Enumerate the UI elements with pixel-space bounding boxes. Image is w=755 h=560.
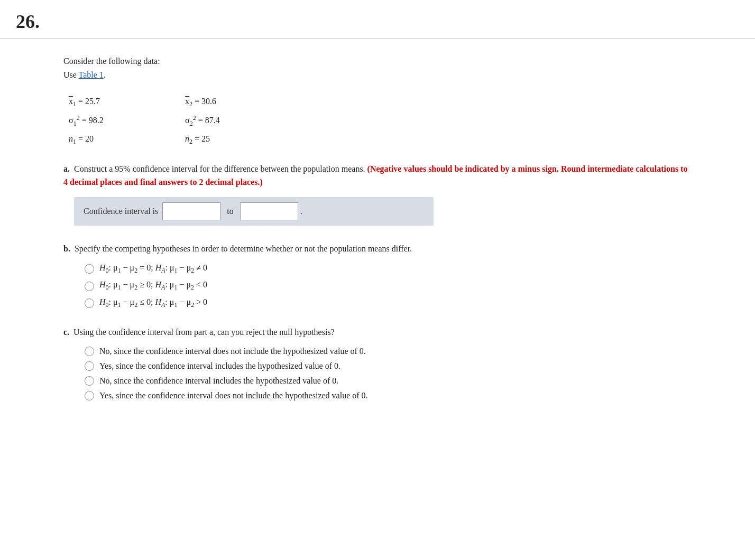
radio-b-circle-2[interactable] bbox=[85, 282, 94, 291]
n1-cell: n1 = 20 bbox=[69, 132, 185, 148]
n2-val: = 25 bbox=[195, 134, 210, 143]
sigma1-val: = 98.2 bbox=[82, 116, 104, 125]
part-a-text-normal: Construct a 95% confidence interval for … bbox=[74, 164, 365, 173]
part-a: a. Construct a 95% confidence interval f… bbox=[63, 163, 692, 226]
radio-c-label-3: No, since the confidence interval includ… bbox=[99, 376, 338, 386]
radio-b-option-2[interactable]: H0: μ1 − μ2 ≥ 0; HA: μ1 − μ2 < 0 bbox=[85, 280, 692, 292]
ci-period: . bbox=[300, 207, 302, 216]
table1-link[interactable]: Table 1 bbox=[79, 70, 104, 79]
n2-cell: n2 = 25 bbox=[185, 132, 301, 148]
x1-cell: x1 = 25.7 bbox=[69, 94, 185, 110]
radio-b-circle-1[interactable] bbox=[85, 264, 94, 274]
intro-text: Consider the following data: Use Table 1… bbox=[63, 54, 692, 81]
x2-label: x bbox=[185, 97, 189, 106]
ci-to: to bbox=[227, 207, 233, 216]
radio-c-circle-2[interactable] bbox=[85, 361, 94, 371]
n1-val: = 20 bbox=[78, 134, 94, 143]
content-area: Consider the following data: Use Table 1… bbox=[0, 39, 755, 438]
data-grid: x1 = 25.7 x2 = 30.6 σ12 = 98.2 σ22 = 87.… bbox=[69, 94, 692, 148]
confidence-interval-row: Confidence interval is to . bbox=[74, 197, 434, 226]
x2-sub: 2 bbox=[189, 100, 192, 108]
radio-c-label-4: Yes, since the confidence interval does … bbox=[99, 391, 368, 400]
page-header: 26. bbox=[0, 0, 755, 39]
part-c: c. Using the confidence interval from pa… bbox=[63, 326, 692, 400]
ci-input-upper[interactable] bbox=[240, 202, 298, 220]
radio-c-circle-3[interactable] bbox=[85, 376, 94, 386]
radio-b-circle-3[interactable] bbox=[85, 298, 94, 308]
x1-val: = 25.7 bbox=[78, 97, 100, 106]
radio-b-option-1[interactable]: H0: μ1 − μ2 = 0; HA: μ1 − μ2 ≠ 0 bbox=[85, 263, 692, 275]
intro-line1: Consider the following data: bbox=[63, 57, 160, 66]
radio-b-label-3: H0: μ1 − μ2 ≤ 0; HA: μ1 − μ2 > 0 bbox=[99, 297, 207, 309]
question-number: 26. bbox=[16, 11, 40, 32]
part-b-radio-group: H0: μ1 − μ2 = 0; HA: μ1 − μ2 ≠ 0 H0: μ1 … bbox=[85, 263, 692, 309]
part-c-header: c. Using the confidence interval from pa… bbox=[63, 326, 692, 339]
radio-c-option-2[interactable]: Yes, since the confidence interval inclu… bbox=[85, 361, 692, 371]
ci-label: Confidence interval is bbox=[84, 207, 158, 216]
part-c-label: c. bbox=[63, 328, 69, 337]
radio-b-label-2: H0: μ1 − μ2 ≥ 0; HA: μ1 − μ2 < 0 bbox=[99, 280, 207, 292]
radio-b-option-3[interactable]: H0: μ1 − μ2 ≤ 0; HA: μ1 − μ2 > 0 bbox=[85, 297, 692, 309]
part-b-label: b. bbox=[63, 244, 70, 253]
part-b: b. Specify the competing hypotheses in o… bbox=[63, 242, 692, 309]
intro-line2: Use bbox=[63, 70, 79, 79]
sigma1-cell: σ12 = 98.2 bbox=[69, 113, 185, 129]
radio-c-label-2: Yes, since the confidence interval inclu… bbox=[99, 361, 340, 371]
radio-b-label-1: H0: μ1 − μ2 = 0; HA: μ1 − μ2 ≠ 0 bbox=[99, 263, 207, 275]
x1-sub: 1 bbox=[73, 100, 76, 108]
x1-label: x bbox=[69, 97, 73, 106]
ci-input-lower[interactable] bbox=[162, 202, 220, 220]
sigma2-cell: σ22 = 87.4 bbox=[185, 113, 301, 129]
x2-val: = 30.6 bbox=[195, 97, 216, 106]
part-c-text: Using the confidence interval from part … bbox=[73, 328, 335, 337]
part-c-radio-group: No, since the confidence interval does n… bbox=[85, 347, 692, 400]
radio-c-option-1[interactable]: No, since the confidence interval does n… bbox=[85, 347, 692, 356]
part-b-text: Specify the competing hypotheses in orde… bbox=[75, 244, 412, 253]
radio-c-circle-1[interactable] bbox=[85, 347, 94, 356]
radio-c-option-4[interactable]: Yes, since the confidence interval does … bbox=[85, 391, 692, 400]
part-b-header: b. Specify the competing hypotheses in o… bbox=[63, 242, 692, 256]
radio-c-label-1: No, since the confidence interval does n… bbox=[99, 347, 366, 356]
part-a-label: a. bbox=[63, 164, 70, 173]
x2-cell: x2 = 30.6 bbox=[185, 94, 301, 110]
part-a-header: a. Construct a 95% confidence interval f… bbox=[63, 163, 692, 189]
sigma2-val: = 87.4 bbox=[198, 116, 220, 125]
radio-c-circle-4[interactable] bbox=[85, 391, 94, 400]
radio-c-option-3[interactable]: No, since the confidence interval includ… bbox=[85, 376, 692, 386]
